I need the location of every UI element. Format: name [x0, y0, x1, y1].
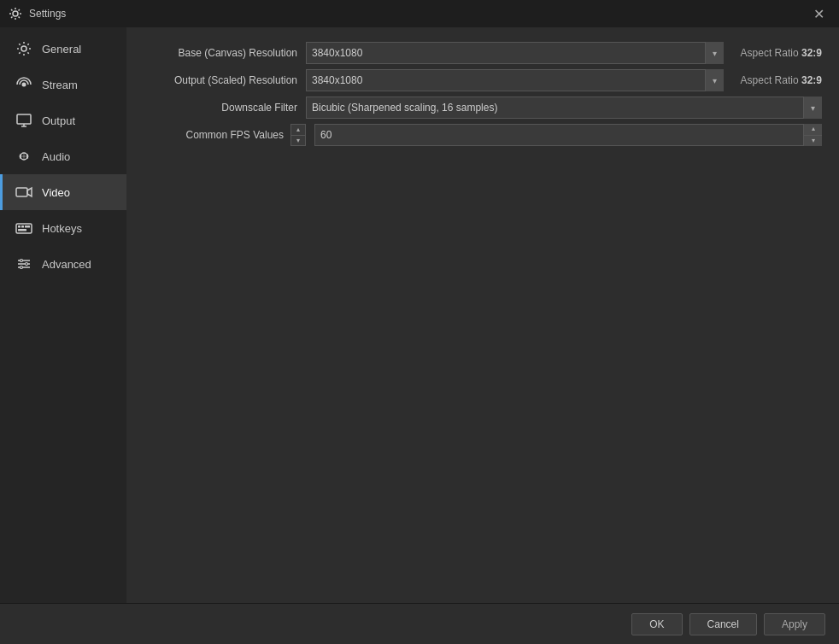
svg-point-2: [22, 83, 26, 87]
svg-point-13: [26, 263, 28, 266]
sidebar-item-hotkeys[interactable]: Hotkeys: [0, 210, 126, 246]
fps-type-spinner[interactable]: ▴ ▾: [290, 124, 306, 146]
base-resolution-row: Base (Canvas) Resolution 3840x1080 ▾ Asp…: [144, 41, 822, 65]
sidebar-item-stream[interactable]: Stream: [0, 67, 126, 102]
sidebar-item-output[interactable]: Output: [0, 102, 126, 138]
sidebar-item-video[interactable]: Video: [0, 174, 126, 210]
fps-select-wrapper: 60 ▴ ▾: [314, 124, 822, 146]
app-icon: [9, 7, 22, 20]
svg-rect-5: [16, 188, 27, 196]
base-resolution-select[interactable]: 3840x1080: [306, 42, 724, 64]
svg-rect-7: [18, 225, 21, 228]
stream-icon: [15, 75, 33, 94]
sidebar-item-general[interactable]: General: [0, 31, 126, 67]
video-icon: [15, 183, 33, 202]
fps-row: Common FPS Values ▴ ▾ 60 ▴ ▾: [144, 123, 822, 147]
svg-rect-6: [16, 224, 32, 233]
settings-window: Settings ✕ General: [0, 0, 839, 644]
output-icon: [15, 111, 33, 130]
sidebar-item-label-audio: Audio: [42, 150, 70, 163]
downscale-filter-row: Downscale Filter Bicubic (Sharpened scal…: [144, 96, 822, 120]
titlebar: Settings ✕: [0, 0, 839, 27]
main-content: General Stream: [0, 27, 839, 603]
sidebar-item-label-hotkeys: Hotkeys: [42, 222, 82, 235]
base-resolution-aspect-ratio: Aspect Ratio 32:9: [724, 47, 822, 59]
window-title: Settings: [29, 8, 807, 20]
close-button[interactable]: ✕: [807, 2, 830, 26]
svg-rect-9: [25, 225, 27, 228]
output-resolution-control: 3840x1080 ▾ Aspect Ratio 32:9: [306, 69, 822, 91]
fps-select[interactable]: 60: [314, 124, 822, 146]
audio-icon: [15, 147, 33, 166]
base-resolution-label: Base (Canvas) Resolution: [144, 47, 306, 59]
cancel-button[interactable]: Cancel: [689, 613, 757, 635]
svg-point-1: [21, 46, 26, 51]
output-resolution-select[interactable]: 3840x1080: [306, 69, 724, 91]
output-resolution-aspect-ratio: Aspect Ratio 32:9: [724, 74, 822, 86]
sidebar-item-label-advanced: Advanced: [42, 258, 91, 271]
downscale-filter-control: Bicubic (Sharpened scaling, 16 samples) …: [306, 97, 822, 119]
output-resolution-row: Output (Scaled) Resolution 3840x1080 ▾ A…: [144, 68, 822, 92]
footer: OK Cancel Apply: [0, 603, 839, 644]
sidebar-item-label-video: Video: [42, 186, 70, 199]
fps-spinner-down[interactable]: ▾: [291, 136, 305, 146]
svg-point-0: [13, 11, 18, 16]
ok-button[interactable]: OK: [631, 613, 682, 635]
downscale-filter-label: Downscale Filter: [144, 102, 306, 114]
svg-point-14: [21, 266, 23, 269]
output-resolution-label: Output (Scaled) Resolution: [144, 74, 306, 86]
downscale-select-wrapper: Bicubic (Sharpened scaling, 16 samples) …: [306, 97, 822, 119]
downscale-filter-select[interactable]: Bicubic (Sharpened scaling, 16 samples): [306, 97, 822, 119]
gear-icon: [15, 39, 33, 58]
svg-point-12: [21, 260, 23, 262]
sidebar-item-label-general: General: [42, 43, 81, 56]
fps-control: 60 ▴ ▾: [306, 124, 822, 146]
svg-rect-10: [18, 229, 26, 231]
advanced-icon: [15, 255, 33, 273]
sidebar-item-label-output: Output: [42, 114, 75, 127]
sidebar-item-audio[interactable]: Audio: [0, 138, 126, 174]
base-resolution-control: 3840x1080 ▾ Aspect Ratio 32:9: [306, 42, 822, 64]
sidebar-item-advanced[interactable]: Advanced: [0, 246, 126, 282]
base-resolution-select-wrapper: 3840x1080 ▾: [306, 42, 724, 64]
fps-label: Common FPS Values ▴ ▾: [144, 124, 306, 146]
hotkeys-icon: [15, 219, 33, 237]
sidebar: General Stream: [0, 27, 126, 603]
content-area: Base (Canvas) Resolution 3840x1080 ▾ Asp…: [126, 27, 839, 603]
svg-rect-11: [27, 225, 30, 228]
output-resolution-select-wrapper: 3840x1080 ▾: [306, 69, 724, 91]
svg-rect-8: [21, 225, 24, 228]
svg-rect-3: [17, 114, 31, 124]
fps-spinner-up[interactable]: ▴: [291, 125, 305, 136]
apply-button[interactable]: Apply: [764, 613, 825, 635]
sidebar-item-label-stream: Stream: [42, 79, 78, 91]
